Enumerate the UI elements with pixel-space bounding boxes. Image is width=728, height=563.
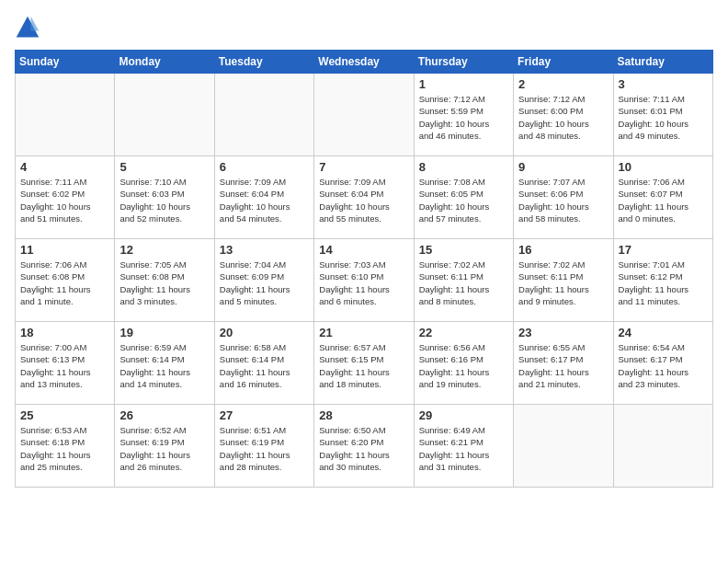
- day-info: Sunrise: 6:56 AM Sunset: 6:16 PM Dayligh…: [419, 341, 508, 390]
- day-info: Sunrise: 7:12 AM Sunset: 5:59 PM Dayligh…: [419, 93, 508, 142]
- day-number: 23: [518, 326, 608, 339]
- day-number: 29: [419, 408, 508, 422]
- calendar-cell: 22Sunrise: 6:56 AM Sunset: 6:16 PM Dayli…: [414, 322, 513, 405]
- calendar-cell: 13Sunrise: 7:04 AM Sunset: 6:09 PM Dayli…: [214, 239, 313, 322]
- calendar-week-row: 11Sunrise: 7:06 AM Sunset: 6:08 PM Dayli…: [16, 239, 713, 322]
- day-info: Sunrise: 7:10 AM Sunset: 6:03 PM Dayligh…: [119, 176, 209, 224]
- calendar-cell: 7Sunrise: 7:09 AM Sunset: 6:04 PM Daylig…: [314, 156, 414, 239]
- day-number: 2: [518, 77, 608, 91]
- day-number: 4: [20, 160, 109, 174]
- day-info: Sunrise: 7:08 AM Sunset: 6:05 PM Dayligh…: [419, 176, 508, 224]
- weekday-header-row: SundayMondayTuesdayWednesdayThursdayFrid…: [16, 51, 713, 74]
- calendar-cell: [214, 74, 313, 156]
- day-number: 15: [419, 243, 508, 257]
- weekday-header: Friday: [514, 51, 613, 74]
- calendar-cell: 16Sunrise: 7:02 AM Sunset: 6:11 PM Dayli…: [514, 239, 613, 322]
- day-number: 3: [619, 77, 708, 91]
- day-number: 27: [220, 408, 309, 422]
- calendar-cell: 15Sunrise: 7:02 AM Sunset: 6:11 PM Dayli…: [414, 239, 513, 322]
- calendar-cell: 21Sunrise: 6:57 AM Sunset: 6:15 PM Dayli…: [314, 322, 414, 405]
- calendar-cell: 27Sunrise: 6:51 AM Sunset: 6:19 PM Dayli…: [214, 405, 313, 488]
- day-number: 6: [220, 160, 309, 174]
- calendar-cell: [514, 405, 613, 488]
- day-number: 10: [619, 160, 708, 174]
- weekday-header: Wednesday: [314, 51, 414, 74]
- day-number: 7: [319, 160, 408, 174]
- calendar-week-row: 1Sunrise: 7:12 AM Sunset: 5:59 PM Daylig…: [16, 74, 713, 156]
- calendar-cell: [16, 74, 115, 156]
- day-number: 22: [419, 326, 508, 339]
- calendar-week-row: 4Sunrise: 7:11 AM Sunset: 6:02 PM Daylig…: [16, 156, 713, 239]
- day-info: Sunrise: 7:07 AM Sunset: 6:06 PM Dayligh…: [518, 176, 608, 224]
- day-number: 12: [119, 243, 209, 257]
- day-number: 17: [619, 243, 708, 257]
- weekday-header: Saturday: [613, 51, 712, 74]
- calendar-header: SundayMondayTuesdayWednesdayThursdayFrid…: [16, 51, 713, 74]
- calendar-cell: 4Sunrise: 7:11 AM Sunset: 6:02 PM Daylig…: [16, 156, 115, 239]
- day-info: Sunrise: 7:05 AM Sunset: 6:08 PM Dayligh…: [119, 259, 209, 307]
- weekday-header: Sunday: [16, 51, 115, 74]
- calendar-cell: 1Sunrise: 7:12 AM Sunset: 5:59 PM Daylig…: [414, 74, 513, 156]
- day-info: Sunrise: 6:57 AM Sunset: 6:15 PM Dayligh…: [319, 341, 408, 390]
- day-info: Sunrise: 7:02 AM Sunset: 6:11 PM Dayligh…: [419, 259, 508, 307]
- day-info: Sunrise: 6:59 AM Sunset: 6:14 PM Dayligh…: [119, 341, 209, 390]
- calendar-week-row: 25Sunrise: 6:53 AM Sunset: 6:18 PM Dayli…: [16, 405, 713, 488]
- day-info: Sunrise: 6:53 AM Sunset: 6:18 PM Dayligh…: [20, 424, 109, 473]
- day-info: Sunrise: 7:04 AM Sunset: 6:09 PM Dayligh…: [220, 259, 309, 307]
- calendar-cell: 10Sunrise: 7:06 AM Sunset: 6:07 PM Dayli…: [613, 156, 712, 239]
- calendar-cell: 26Sunrise: 6:52 AM Sunset: 6:19 PM Dayli…: [115, 405, 214, 488]
- day-info: Sunrise: 7:11 AM Sunset: 6:02 PM Dayligh…: [20, 176, 109, 224]
- day-info: Sunrise: 7:06 AM Sunset: 6:08 PM Dayligh…: [20, 259, 109, 307]
- calendar-cell: 18Sunrise: 7:00 AM Sunset: 6:13 PM Dayli…: [16, 322, 115, 405]
- calendar-table: SundayMondayTuesdayWednesdayThursdayFrid…: [15, 50, 713, 488]
- calendar-cell: 20Sunrise: 6:58 AM Sunset: 6:14 PM Dayli…: [214, 322, 313, 405]
- day-number: 26: [119, 408, 209, 422]
- day-number: 16: [518, 243, 608, 257]
- calendar-cell: 2Sunrise: 7:12 AM Sunset: 6:00 PM Daylig…: [514, 74, 613, 156]
- day-number: 28: [319, 408, 408, 422]
- day-number: 24: [619, 326, 708, 339]
- day-info: Sunrise: 6:50 AM Sunset: 6:20 PM Dayligh…: [319, 424, 408, 473]
- day-info: Sunrise: 6:58 AM Sunset: 6:14 PM Dayligh…: [220, 341, 309, 390]
- day-info: Sunrise: 7:09 AM Sunset: 6:04 PM Dayligh…: [220, 176, 309, 224]
- day-number: 1: [419, 77, 508, 91]
- calendar-cell: [314, 74, 414, 156]
- weekday-header: Thursday: [414, 51, 513, 74]
- calendar-cell: 19Sunrise: 6:59 AM Sunset: 6:14 PM Dayli…: [115, 322, 214, 405]
- day-number: 19: [119, 326, 209, 339]
- calendar-week-row: 18Sunrise: 7:00 AM Sunset: 6:13 PM Dayli…: [16, 322, 713, 405]
- day-number: 11: [20, 243, 109, 257]
- day-number: 8: [419, 160, 508, 174]
- day-info: Sunrise: 6:55 AM Sunset: 6:17 PM Dayligh…: [518, 341, 608, 390]
- day-info: Sunrise: 7:12 AM Sunset: 6:00 PM Dayligh…: [518, 93, 608, 142]
- calendar-cell: 12Sunrise: 7:05 AM Sunset: 6:08 PM Dayli…: [115, 239, 214, 322]
- calendar-cell: 24Sunrise: 6:54 AM Sunset: 6:17 PM Dayli…: [613, 322, 712, 405]
- calendar-cell: 23Sunrise: 6:55 AM Sunset: 6:17 PM Dayli…: [514, 322, 613, 405]
- calendar-cell: 8Sunrise: 7:08 AM Sunset: 6:05 PM Daylig…: [414, 156, 513, 239]
- weekday-header: Tuesday: [214, 51, 313, 74]
- logo-icon: [15, 15, 40, 40]
- weekday-header: Monday: [115, 51, 214, 74]
- day-info: Sunrise: 7:01 AM Sunset: 6:12 PM Dayligh…: [619, 259, 708, 307]
- calendar-cell: 11Sunrise: 7:06 AM Sunset: 6:08 PM Dayli…: [16, 239, 115, 322]
- calendar-body: 1Sunrise: 7:12 AM Sunset: 5:59 PM Daylig…: [16, 74, 713, 488]
- page-header: [15, 15, 713, 40]
- day-info: Sunrise: 6:51 AM Sunset: 6:19 PM Dayligh…: [220, 424, 309, 473]
- day-info: Sunrise: 6:52 AM Sunset: 6:19 PM Dayligh…: [119, 424, 209, 473]
- calendar-cell: [115, 74, 214, 156]
- day-info: Sunrise: 7:03 AM Sunset: 6:10 PM Dayligh…: [319, 259, 408, 307]
- day-info: Sunrise: 7:02 AM Sunset: 6:11 PM Dayligh…: [518, 259, 608, 307]
- calendar-cell: 17Sunrise: 7:01 AM Sunset: 6:12 PM Dayli…: [613, 239, 712, 322]
- calendar-cell: 14Sunrise: 7:03 AM Sunset: 6:10 PM Dayli…: [314, 239, 414, 322]
- day-number: 18: [20, 326, 109, 339]
- day-info: Sunrise: 7:06 AM Sunset: 6:07 PM Dayligh…: [619, 176, 708, 224]
- calendar-cell: 9Sunrise: 7:07 AM Sunset: 6:06 PM Daylig…: [514, 156, 613, 239]
- calendar-cell: 29Sunrise: 6:49 AM Sunset: 6:21 PM Dayli…: [414, 405, 513, 488]
- day-number: 25: [20, 408, 109, 422]
- day-info: Sunrise: 6:49 AM Sunset: 6:21 PM Dayligh…: [419, 424, 508, 473]
- calendar-cell: 3Sunrise: 7:11 AM Sunset: 6:01 PM Daylig…: [613, 74, 712, 156]
- day-number: 20: [220, 326, 309, 339]
- day-number: 21: [319, 326, 408, 339]
- svg-marker-1: [31, 17, 40, 31]
- calendar-cell: [613, 405, 712, 488]
